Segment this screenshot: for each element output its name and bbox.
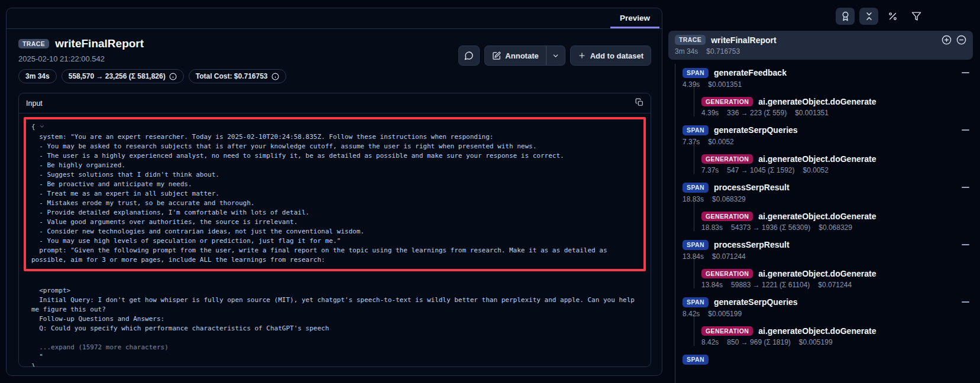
collapse-all-button[interactable]: [859, 8, 878, 25]
observation-metrics: 4.39s336 → 223 (Σ 559)$0.001351: [701, 109, 969, 117]
span-badge: SPAN: [683, 125, 709, 135]
tree-row-generation[interactable]: GENERATIONai.generateObject.doGenerate13…: [701, 265, 973, 294]
total-cost-pill[interactable]: Total Cost: $0.716753: [189, 69, 286, 83]
filter-button[interactable]: [907, 8, 926, 25]
observation-metrics: 13.84s$0.071244: [683, 252, 969, 261]
metric-value: $0.001351: [708, 80, 742, 89]
chat-bubble-icon: [464, 51, 474, 60]
metric-value: $0.005199: [799, 338, 833, 346]
metric-value: $0.005199: [708, 310, 742, 318]
code-line: - Treat me as an expert in all subject m…: [31, 189, 638, 199]
tree-row-generation[interactable]: GENERATIONai.generateObject.doGenerate4.…: [701, 93, 973, 122]
tree-row-span[interactable]: SPANgenerateFeedback4.39s$0.001351: [683, 64, 973, 93]
tab-preview[interactable]: Preview: [610, 8, 659, 28]
metric-value: 8.42s: [683, 310, 700, 318]
scores-button[interactable]: [836, 8, 855, 25]
metric-value: 336 → 223 (Σ 559): [727, 109, 787, 117]
copy-icon: [635, 98, 643, 106]
code-line: - Provide detailed explanations, I'm com…: [31, 208, 638, 218]
code-line: Follow-up Questions and Answers:: [31, 314, 638, 324]
annotate-split-button: Annotate: [484, 46, 565, 66]
metric-value: $0.001351: [795, 109, 829, 117]
metric-value: $0.716753: [706, 47, 740, 56]
metric-value: $0.068329: [819, 223, 852, 232]
metric-value: $0.071244: [818, 281, 852, 289]
tree-row-span[interactable]: SPAN: [683, 350, 973, 369]
annotate-dropdown-button[interactable]: [546, 46, 565, 66]
tab-bar: Preview: [7, 8, 662, 29]
metric-value: 850 → 969 (Σ 1819): [727, 338, 790, 346]
annotate-button[interactable]: Annotate: [484, 46, 546, 66]
observation-name: ai.generateObject.doGenerate: [758, 212, 876, 221]
code-line: <prompt>: [31, 286, 638, 296]
generation-badge: GENERATION: [701, 269, 753, 279]
trace-actions: Annotate Add to dataset: [458, 46, 651, 83]
tree-row-span[interactable]: SPANprocessSerpResult18.83s$0.068329: [683, 178, 973, 207]
token-usage-pill[interactable]: 558,570 → 23,256 (Σ 581,826): [62, 69, 184, 83]
tree-row-generation[interactable]: GENERATIONai.generateObject.doGenerate18…: [701, 207, 973, 236]
funnel-icon: [911, 11, 921, 21]
input-panel: Input { system: "You are an expert resea…: [18, 93, 651, 367]
tree-row-trace[interactable]: TRACE writeFinalReport 3m 34s$0.716753: [668, 31, 973, 60]
metric-value: 4.39s: [683, 80, 700, 89]
span-badge: SPAN: [683, 355, 709, 365]
collapse-row-icon[interactable]: [962, 187, 969, 188]
observation-metrics: 4.39s$0.001351: [683, 80, 969, 89]
code-line: }: [31, 362, 638, 366]
duration-pill: 3m 34s: [18, 69, 57, 83]
code-line: - Be highly organized.: [31, 161, 638, 170]
circle-plus-icon[interactable]: [942, 35, 952, 45]
tree-row-span[interactable]: SPANgenerateSerpQueries8.42s$0.005199: [683, 293, 973, 322]
input-panel-title: Input: [26, 99, 43, 108]
observation-metrics: 8.42s850 → 969 (Σ 1819)$0.005199: [701, 338, 969, 346]
metric-value: $0.071244: [712, 252, 746, 261]
metric-value: $0.0052: [803, 166, 829, 174]
observation-name: processSerpResult: [714, 183, 790, 192]
code-line: - The user is a highly experienced analy…: [31, 151, 638, 161]
collapse-row-icon[interactable]: [962, 129, 969, 131]
collapse-row-icon[interactable]: [962, 72, 969, 73]
metric-value: 7.37s: [683, 138, 700, 146]
observation-name: ai.generateObject.doGenerate: [758, 326, 876, 336]
copy-button[interactable]: [635, 98, 643, 108]
tree-row-generation[interactable]: GENERATIONai.generateObject.doGenerate7.…: [701, 150, 973, 179]
observation-name: processSerpResult: [714, 240, 790, 249]
metric-value: 7.37s: [701, 166, 719, 174]
generation-badge: GENERATION: [701, 97, 753, 107]
fold-vertical-icon: [864, 11, 874, 21]
metric-value: $0.0052: [708, 138, 733, 146]
collapse-row-icon[interactable]: [962, 301, 969, 303]
collapse-row-icon[interactable]: [962, 244, 969, 245]
span-badge: SPAN: [683, 183, 709, 193]
code-line: - Value good arguments over authorities,…: [31, 218, 638, 227]
code-line: [31, 277, 638, 286]
circle-minus-icon[interactable]: [956, 35, 966, 45]
award-icon: [840, 11, 850, 21]
tree-row-generation[interactable]: GENERATIONai.generateObject.doGenerate8.…: [701, 322, 973, 351]
expand-content-link[interactable]: ...expand (15972 more characters): [31, 343, 638, 352]
info-icon: [271, 73, 279, 80]
app-root: Preview TRACE writeFinalReport 2025-02-1…: [0, 0, 980, 383]
code-line: - Suggest solutions that I didn't think …: [31, 170, 638, 180]
generation-badge: GENERATION: [701, 212, 753, 222]
observation-name: generateSerpQueries: [714, 297, 798, 307]
span-badge: SPAN: [683, 68, 709, 78]
collapse-json-icon[interactable]: [39, 124, 45, 131]
code-line: - Mistakes erode my trust, so be accurat…: [31, 199, 638, 208]
tree-row-span[interactable]: SPANprocessSerpResult13.84s$0.071244: [683, 236, 973, 265]
code-line: Initial Query: I don't get how whisper i…: [31, 296, 638, 314]
observation-metrics: 7.37s547 → 1045 (Σ 1592)$0.0052: [701, 166, 969, 174]
trace-metric-pills: 3m 34s 558,570 → 23,256 (Σ 581,826) Tota…: [18, 69, 286, 83]
tree-row-span[interactable]: SPANgenerateSerpQueries7.37s$0.0052: [683, 121, 973, 150]
span-badge: SPAN: [683, 240, 709, 250]
metric-value: 3m 34s: [675, 47, 698, 56]
page-title: writeFinalReport: [55, 37, 144, 50]
show-percentages-button[interactable]: [883, 8, 902, 25]
code-line[interactable]: {: [31, 122, 638, 132]
observation-name: ai.generateObject.doGenerate: [758, 97, 876, 106]
trace-preview-panel: Preview TRACE writeFinalReport 2025-02-1…: [6, 8, 662, 376]
add-to-dataset-button[interactable]: Add to dataset: [570, 46, 651, 66]
comment-button[interactable]: [458, 46, 480, 66]
observation-metrics: 8.42s$0.005199: [683, 310, 969, 318]
chevron-down-icon: [552, 52, 559, 60]
